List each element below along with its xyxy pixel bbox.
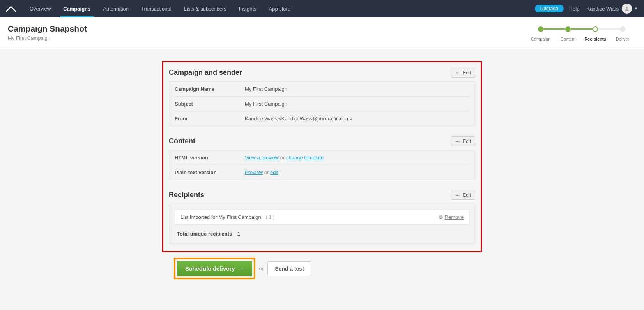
snapshot-highlight: Campaign and sender ← Edit Campaign Name… [162, 61, 482, 252]
section-content: Content ← Edit HTML version View a previ… [169, 135, 475, 180]
content-section-title: Content [169, 137, 195, 145]
edit-plain-link[interactable]: edit [270, 169, 278, 175]
arrow-left-icon: ← [455, 70, 460, 76]
step-campaign[interactable]: Campaign [531, 37, 550, 41]
nav-links: Overview Campaigns Automation Transactio… [23, 0, 297, 17]
arrow-right-icon: → [238, 265, 244, 272]
section-recipients: Recipients ← Edit List Imported for My F… [169, 188, 475, 244]
upgrade-pill[interactable]: Upgrade [535, 5, 564, 12]
nav-appstore[interactable]: App store [263, 0, 297, 17]
recipients-section-title: Recipients [169, 191, 204, 199]
from-label: From [175, 116, 245, 122]
campaign-section-title: Campaign and sender [169, 69, 242, 77]
top-nav: Overview Campaigns Automation Transactio… [0, 0, 644, 17]
schedule-delivery-button[interactable]: Schedule delivery → [177, 261, 252, 276]
remove-label: Remove [445, 214, 464, 220]
nav-overview[interactable]: Overview [23, 0, 57, 17]
recipient-list-count: ( 1 ) [266, 214, 275, 220]
page-header: Campaign Snapshot My First Campaign Camp… [0, 17, 644, 49]
svg-point-1 [626, 7, 628, 9]
nav-transactional[interactable]: Transactional [135, 0, 178, 17]
app-logo[interactable] [6, 5, 16, 12]
remove-list-link[interactable]: – Remove [439, 214, 464, 220]
user-menu[interactable]: Kandice Wass ▼ [586, 4, 638, 14]
html-version-label: HTML version [175, 155, 245, 160]
edit-campaign-button[interactable]: ← Edit [451, 68, 475, 78]
chevron-down-icon: ▼ [634, 7, 638, 11]
subject-label: Subject [175, 101, 245, 107]
or-text: or [263, 169, 270, 175]
total-recipients-value: 1 [237, 231, 240, 237]
nav-automation[interactable]: Automation [97, 0, 135, 17]
plain-text-label: Plain text version [175, 169, 245, 175]
svg-marker-0 [6, 6, 16, 12]
arrow-left-icon: ← [455, 138, 460, 144]
recipient-list-row: List Imported for My First Campaign ( 1 … [175, 210, 469, 225]
progress-stepper: Campaign Content Recipients Deliver [527, 24, 636, 41]
or-text: or [279, 155, 286, 160]
avatar-icon [622, 4, 632, 14]
schedule-highlight: Schedule delivery → [174, 258, 255, 279]
page-subtitle: My First Campaign [8, 35, 87, 41]
send-test-button[interactable]: Send a test [267, 261, 311, 276]
preview-plain-link[interactable]: Preview [245, 169, 263, 175]
step-recipients[interactable]: Recipients [584, 37, 606, 41]
section-campaign-sender: Campaign and sender ← Edit Campaign Name… [169, 66, 475, 126]
campaign-name-label: Campaign Name [175, 86, 245, 92]
schedule-label: Schedule delivery [185, 265, 235, 272]
arrow-left-icon: ← [455, 192, 460, 198]
change-template-link[interactable]: change template [286, 155, 324, 160]
edit-label: Edit [463, 139, 471, 144]
step-deliver[interactable]: Deliver [616, 37, 629, 41]
subject-value: My First Campaign [245, 101, 287, 107]
or-text: or [259, 266, 264, 271]
action-bar: Schedule delivery → or Send a test [174, 252, 482, 279]
nav-lists[interactable]: Lists & subscribers [178, 0, 233, 17]
nav-campaigns[interactable]: Campaigns [57, 0, 97, 17]
recipient-list-name: List Imported for My First Campaign [180, 214, 261, 220]
edit-label: Edit [463, 70, 471, 76]
help-link[interactable]: Help [569, 6, 580, 12]
page-title: Campaign Snapshot [8, 24, 87, 33]
campaign-name-value: My First Campaign [245, 86, 287, 92]
view-preview-link[interactable]: View a preview [245, 155, 279, 160]
user-name-label: Kandice Wass [586, 6, 619, 12]
edit-recipients-button[interactable]: ← Edit [451, 190, 475, 200]
minus-icon: – [439, 215, 443, 219]
nav-insights[interactable]: Insights [233, 0, 263, 17]
edit-content-button[interactable]: ← Edit [451, 136, 475, 146]
step-content[interactable]: Content [561, 37, 576, 41]
edit-label: Edit [463, 192, 471, 198]
total-recipients-label: Total unique recipients [177, 231, 232, 237]
from-value: Kandice Wass <KandiceWass@purrtraffic.co… [245, 116, 352, 122]
